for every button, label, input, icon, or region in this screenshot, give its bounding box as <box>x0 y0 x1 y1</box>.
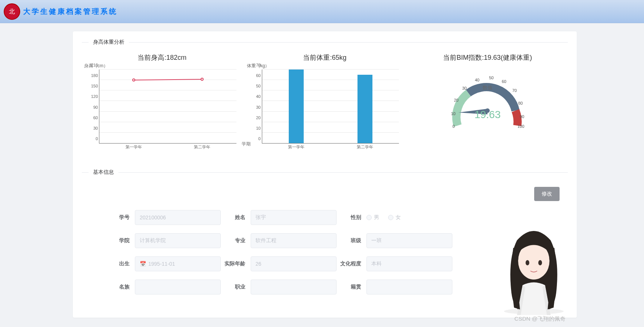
label-edu: 文化程度 <box>337 260 366 267</box>
university-logo-icon: 北 <box>4 3 20 20</box>
chart-weight-title: 当前体重:65kg <box>247 53 403 62</box>
input-age[interactable]: 26 <box>251 256 337 271</box>
svg-line-2 <box>134 79 202 80</box>
gauge-name: 数值 <box>483 84 492 91</box>
label-sex: 性别 <box>337 214 366 221</box>
edit-button[interactable]: 修改 <box>534 187 560 201</box>
chart-height-plot: 0 30 60 90 120 150 180 210 第一学年 第二学年 <box>99 70 236 144</box>
line-point <box>201 78 204 81</box>
label-origin: 籍贯 <box>337 284 366 290</box>
chart-weight-plot: 0 10 20 30 40 50 60 70 第一学年 第二学年 <box>262 70 399 144</box>
input-name[interactable]: 张宇 <box>251 210 337 225</box>
label-age: 实际年龄 <box>221 260 251 267</box>
label-major: 专业 <box>221 237 251 244</box>
section-analysis-header: 身高体重分析 <box>82 39 568 46</box>
chart-height-title: 当前身高:182cm <box>84 53 240 62</box>
section-title-basic: 基本信息 <box>89 169 118 176</box>
label-id: 学号 <box>105 214 135 221</box>
bar <box>289 70 304 143</box>
section-basic-header: 基本信息 <box>82 169 568 176</box>
radio-sex[interactable]: 男 女 <box>366 210 452 225</box>
label-ethnic: 名族 <box>105 284 135 290</box>
section-title-analysis: 身高体重分析 <box>89 39 129 46</box>
svg-text:北: 北 <box>9 7 15 15</box>
label-job: 职业 <box>221 284 251 290</box>
svg-point-7 <box>538 260 542 265</box>
gauge-value: 19.63 <box>474 109 501 121</box>
input-class[interactable]: 一班 <box>366 233 452 248</box>
radio-male[interactable]: 男 <box>366 214 379 221</box>
chart-bmi: 当前BIM指数:19.63(健康体重) 数值 19.63 0 10 20 30 … <box>409 53 566 155</box>
charts-row: 当前身高:182cm 身高（cm） 学期 0 30 60 90 120 150 … <box>73 53 577 155</box>
avatar-illustration <box>498 225 569 315</box>
input-major[interactable]: 软件工程 <box>251 233 337 248</box>
input-birth[interactable]: 📅 1995-11-01 <box>135 256 221 271</box>
app-header: 北 大学生健康档案管理系统 <box>0 0 644 23</box>
line-path <box>99 70 236 143</box>
input-ethnic[interactable] <box>135 280 221 294</box>
calendar-icon: 📅 <box>140 261 146 267</box>
svg-point-6 <box>526 260 529 265</box>
watermark: CSDN @飞翔的佩奇 <box>514 315 566 323</box>
label-college: 学院 <box>105 237 135 244</box>
radio-female[interactable]: 女 <box>388 214 401 221</box>
gauge: 数值 19.63 0 10 20 30 40 50 60 70 80 90 10… <box>443 70 532 144</box>
label-class: 班级 <box>337 237 366 244</box>
app-title: 大学生健康档案管理系统 <box>23 7 118 16</box>
input-id[interactable]: 202100006 <box>135 210 221 225</box>
input-origin[interactable] <box>366 280 452 294</box>
bar <box>357 75 372 143</box>
input-college[interactable]: 计算机学院 <box>135 233 221 248</box>
input-job[interactable] <box>251 280 337 294</box>
chart-weight: 当前体重:65kg 体重（kg） 0 10 20 30 40 50 60 70 … <box>247 53 403 155</box>
label-name: 姓名 <box>221 214 251 221</box>
chart-bmi-title: 当前BIM指数:19.63(健康体重) <box>409 53 566 62</box>
line-point <box>132 78 135 81</box>
label-birth: 出生 <box>105 260 135 267</box>
input-edu[interactable]: 本科 <box>366 256 452 271</box>
chart-height: 当前身高:182cm 身高（cm） 学期 0 30 60 90 120 150 … <box>84 53 240 155</box>
